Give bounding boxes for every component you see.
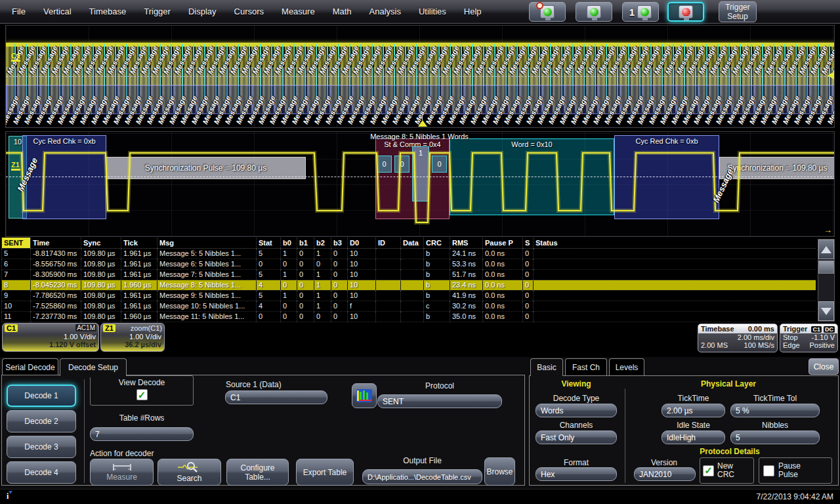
browse-button[interactable]: Browse (484, 457, 515, 486)
table-row[interactable]: 11-7.237730 ms109.80 µs1.960 µsMessage 1… (2, 311, 816, 322)
c1-descriptor[interactable]: C1 AC1M 1.00 V/div 1.120 V offset (2, 323, 99, 352)
table-cell: 1 (281, 290, 297, 301)
z1-pan-arrow-icon[interactable]: → (824, 225, 832, 235)
table-row[interactable]: 8-8.045230 ms109.80 µs1.960 µsMessage 8:… (2, 280, 816, 290)
export-table-button[interactable]: Export Table (296, 459, 354, 486)
menu-analysis[interactable]: Analysis (369, 7, 401, 16)
table-cell: 1 (281, 269, 297, 280)
tab-serial-decode[interactable]: Serial Decode (2, 358, 58, 375)
version-select[interactable]: JAN2010 (634, 467, 696, 481)
table-cell: 5 (257, 269, 281, 280)
table-header-cell: CRC (424, 238, 450, 248)
c1-waveform-grid[interactable]: MessageMessageMessageMessageMessageMessa… (5, 25, 835, 128)
menu-math[interactable]: Math (333, 7, 352, 16)
timebase-box[interactable]: Timebase 0.00 ms 2.00 ms/div 2.00 MS 100… (698, 324, 778, 352)
decode-type-select[interactable]: Words (536, 404, 617, 417)
table-cell: 0.0 ns (483, 280, 523, 290)
decode-1-button[interactable]: Decode 1 (7, 385, 76, 407)
menu-vertical[interactable]: Vertical (43, 7, 72, 16)
table-cell: b (424, 311, 450, 322)
table-row[interactable]: 7-8.305900 ms109.80 µs1.961 µsMessage 7:… (2, 269, 816, 280)
table-cell: Message 11: 5 Nibbles 1... (158, 311, 257, 322)
table-header-cell: b1 (297, 238, 314, 248)
table-row[interactable]: 6-8.556750 ms109.80 µs1.961 µsMessage 6:… (2, 259, 816, 269)
menu-file[interactable]: File (12, 7, 26, 16)
trigger-slope: Positive (809, 341, 835, 349)
protocol-icon-button[interactable] (352, 383, 377, 408)
trigger-normal-button[interactable] (576, 2, 612, 22)
table-row[interactable]: 9-7.786520 ms109.80 µs1.961 µsMessage 9:… (2, 290, 816, 301)
table-cell: Message 6: 5 Nibbles 1... (158, 259, 257, 269)
scroll-thumb[interactable] (818, 261, 834, 274)
table-row[interactable]: 5-8.817430 ms109.80 µs1.961 µsMessage 5:… (2, 248, 816, 259)
idle-state-label: Idle State (662, 421, 725, 430)
trigger-position-marker-icon[interactable] (418, 120, 427, 127)
new-crc-checkbox[interactable] (703, 465, 714, 476)
c1-channel-tag: C1 (11, 52, 20, 62)
table-cell: 1.961 µs (121, 248, 158, 259)
ticktime-field[interactable]: 2.00 µs (662, 404, 725, 417)
trigger-setup-button[interactable]: Trigger Setup (719, 1, 757, 22)
menu-help[interactable]: Help (464, 7, 482, 16)
tab-levels[interactable]: Levels (609, 358, 644, 375)
table-header-cell: Pause P (483, 238, 523, 248)
trigger-box[interactable]: Trigger C1 DC Stop -1.10 V Edge Positive (780, 324, 838, 352)
scroll-down-button[interactable] (818, 301, 834, 321)
source-field[interactable]: C1 (225, 390, 327, 404)
view-decode-checkbox[interactable] (136, 389, 148, 400)
table-cell: 5 (257, 248, 281, 259)
nibbles-field[interactable]: 5 (730, 430, 820, 444)
menu-measure[interactable]: Measure (282, 7, 315, 16)
auto-trigger-icon (540, 5, 555, 18)
z1-zoom-grid[interactable]: 10 Cyc Red Chk = 0xb Synchronization Pul… (5, 131, 835, 237)
table-rows-field[interactable]: 7 (90, 427, 194, 441)
decode-type-label: Decode Type (536, 394, 617, 403)
decode-3-button[interactable]: Decode 3 (7, 436, 76, 458)
trigger-stop-button[interactable] (667, 2, 704, 22)
z1-descriptor[interactable]: Z1 zoom(C1) 1.00 V/div 36.2 µs/div (100, 323, 165, 352)
table-cell: 0 (281, 311, 297, 322)
protocol-field[interactable]: SENT (377, 394, 502, 408)
scroll-up-button[interactable] (818, 240, 834, 259)
table-cell: 4 (257, 301, 281, 311)
z1-tdiv: 36.2 µs/div (101, 341, 164, 348)
table-scrollbar[interactable] (818, 239, 835, 322)
table-cell: 1 (314, 248, 331, 259)
channels-select[interactable]: Fast Only (536, 430, 617, 444)
measure-button[interactable]: Measure (90, 459, 154, 486)
c1-level-marker-icon[interactable] (828, 72, 834, 79)
table-cell: 1 (281, 248, 297, 259)
scroll-up-icon (821, 246, 831, 253)
table-cell: Message 7: 5 Nibbles 1... (158, 269, 257, 280)
table-cell: c (424, 301, 450, 311)
trigger-level: -1.10 V (812, 333, 835, 341)
table-row[interactable]: 10-7.525860 ms109.80 µs1.961 µsMessage 1… (2, 301, 816, 311)
table-body: 5-8.817430 ms109.80 µs1.961 µsMessage 5:… (2, 248, 816, 322)
close-button[interactable]: Close (808, 358, 839, 375)
action-for-decoder-label: Action for decoder (90, 449, 154, 458)
menu-cursors[interactable]: Cursors (234, 7, 264, 16)
idle-state-select[interactable]: IdleHigh (662, 430, 725, 444)
menu-utilities[interactable]: Utilities (419, 7, 446, 16)
trigger-single-button[interactable]: 1 (622, 2, 659, 22)
table-cell (376, 311, 401, 322)
decode-2-button[interactable]: Decode 2 (7, 410, 76, 432)
output-file-field[interactable]: D:\Applicatio...\DecodeTable.csv (362, 469, 482, 484)
ticktime-tol-field[interactable]: 5 % (730, 404, 820, 417)
configure-table-button[interactable]: Configure Table... (226, 459, 289, 486)
menu-display[interactable]: Display (188, 7, 217, 16)
menu-timebase[interactable]: Timebase (89, 7, 127, 16)
trigger-auto-button[interactable] (529, 2, 566, 22)
pause-pulse-checkbox[interactable] (763, 465, 774, 476)
panel-divider (625, 388, 625, 483)
format-select[interactable]: Hex (536, 467, 617, 481)
table-cell: -7.237730 ms (31, 311, 81, 322)
tab-decode-setup[interactable]: Decode Setup (60, 358, 127, 376)
decode-4-button[interactable]: Decode 4 (7, 461, 76, 484)
menu-trigger[interactable]: Trigger (144, 7, 171, 16)
table-header-cell: Stat (257, 238, 281, 248)
search-button[interactable]: Search (158, 459, 221, 486)
tab-fast-ch[interactable]: Fast Ch (565, 358, 607, 375)
tab-basic[interactable]: Basic (530, 358, 563, 376)
z1-trace (6, 132, 835, 237)
